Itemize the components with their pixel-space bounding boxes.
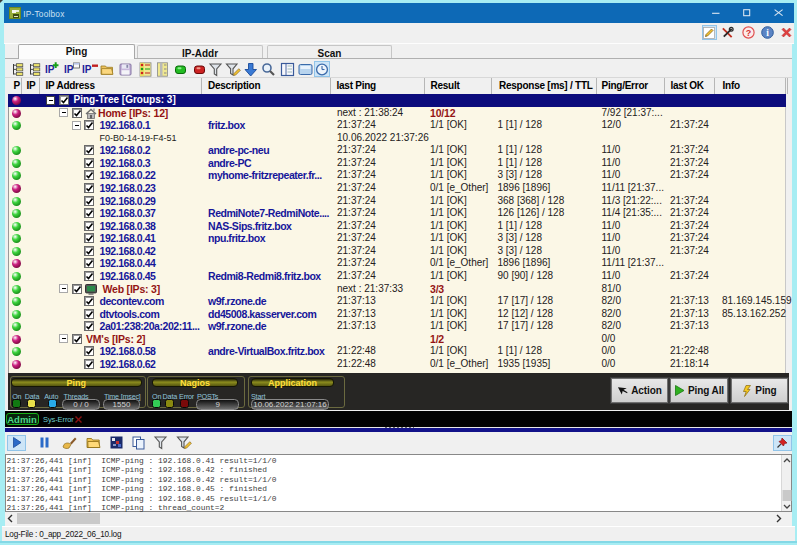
svg-text:IP: IP (82, 64, 92, 75)
svg-text:IP: IP (64, 64, 74, 75)
svg-text:?: ? (745, 28, 751, 38)
svg-text:i: i (766, 28, 769, 38)
